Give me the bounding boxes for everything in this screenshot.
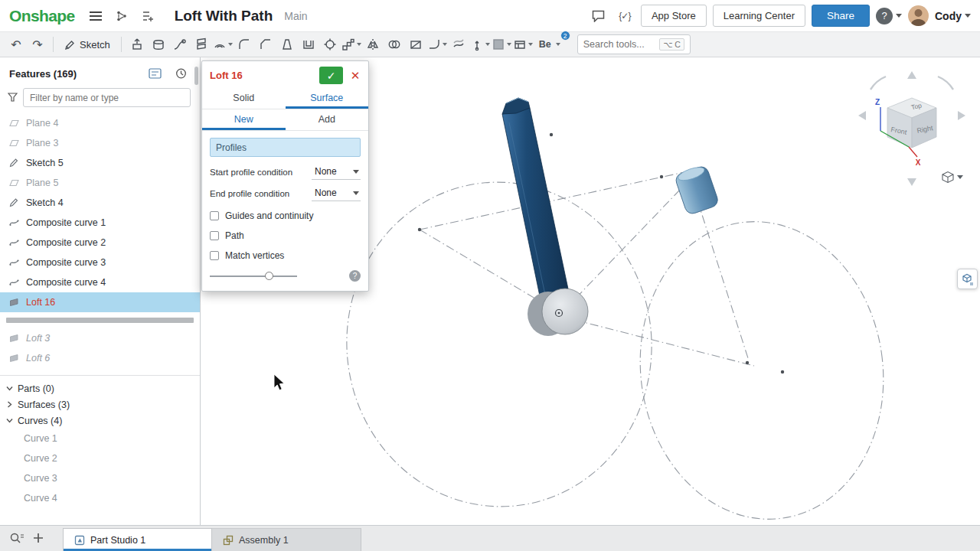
- feature-item-composite-curve-2[interactable]: Composite curve 2: [0, 233, 200, 253]
- document-tabs-bar: Part Studio 1 Assembly 1: [0, 525, 980, 551]
- feature-filter-input[interactable]: [23, 88, 191, 107]
- feature-item-loft-3[interactable]: Loft 3: [0, 328, 200, 348]
- feature-label: Loft 6: [26, 353, 50, 364]
- undo-button[interactable]: ↶: [6, 34, 26, 54]
- checkbox[interactable]: [210, 251, 219, 260]
- workspace-name[interactable]: Main: [284, 10, 307, 22]
- section-label: Surfaces (3): [18, 399, 70, 410]
- checkbox[interactable]: [210, 231, 219, 240]
- loft-button[interactable]: [191, 34, 211, 54]
- appearance-button[interactable]: [492, 34, 511, 54]
- feature-item-sketch-5[interactable]: Sketch 5: [0, 153, 200, 173]
- dropdown-caret-icon: [528, 43, 533, 46]
- sketch-wheel-curves[interactable]: [333, 169, 902, 525]
- dropdown-caret-icon: [228, 43, 233, 46]
- tab-add[interactable]: Add: [286, 109, 369, 130]
- match-vertices-checkbox-row[interactable]: Match vertices: [210, 250, 361, 261]
- comment-icon[interactable]: [589, 6, 609, 26]
- boolean-button[interactable]: [384, 34, 404, 54]
- fillet-button[interactable]: [234, 34, 254, 54]
- feature-item-sketch-4[interactable]: Sketch 4: [0, 193, 200, 213]
- search-tabs-button[interactable]: [6, 527, 28, 549]
- thicken-button[interactable]: [213, 34, 233, 54]
- curve-item-4[interactable]: Curve 4: [0, 488, 200, 508]
- revolve-button[interactable]: [149, 34, 168, 54]
- onshape-logo[interactable]: Onshape: [9, 7, 75, 25]
- feature-item-loft-16[interactable]: Loft 16: [0, 292, 200, 312]
- slider-thumb[interactable]: [265, 272, 273, 280]
- loft-seat-tube-body[interactable]: [502, 98, 572, 318]
- feature-item-plane-3[interactable]: Plane 3: [0, 133, 200, 153]
- path-checkbox-row[interactable]: Path: [210, 230, 361, 241]
- accept-button[interactable]: ✓: [319, 67, 343, 84]
- sweep-button[interactable]: [170, 34, 190, 54]
- parts-list-flyout-button[interactable]: [957, 269, 978, 289]
- tab-new[interactable]: New: [202, 109, 286, 130]
- measure-button[interactable]: [470, 34, 490, 54]
- curve-item-3[interactable]: Curve 3: [0, 468, 200, 488]
- share-button[interactable]: Share: [812, 5, 870, 27]
- tab-solid[interactable]: Solid: [202, 88, 286, 109]
- curve-item-1[interactable]: Curve 1: [0, 429, 200, 448]
- feature-item-plane-4[interactable]: Plane 4: [0, 113, 200, 133]
- add-tab-button[interactable]: [28, 527, 49, 549]
- search-tools-input[interactable]: [583, 39, 659, 50]
- help-icon[interactable]: ?: [349, 270, 361, 282]
- head-tube-body[interactable]: [674, 164, 720, 216]
- opacity-slider[interactable]: [210, 271, 297, 282]
- custom-feature-button[interactable]: Be 2: [534, 34, 565, 54]
- hamburger-menu-icon[interactable]: [86, 6, 106, 26]
- guides-checkbox-row[interactable]: Guides and continuity: [210, 210, 361, 221]
- feature-item-composite-curve-3[interactable]: Composite curve 3: [0, 253, 200, 272]
- draft-button[interactable]: [277, 34, 297, 54]
- feature-list-options-icon[interactable]: [145, 66, 165, 81]
- view-cube[interactable]: Top Front Right: [887, 98, 936, 148]
- checkbox-label: Path: [225, 230, 244, 241]
- cancel-button[interactable]: ✕: [348, 69, 362, 83]
- section-parts[interactable]: Parts (0): [0, 380, 200, 396]
- sketch-button[interactable]: Sketch: [59, 34, 116, 54]
- feature-item-plane-5[interactable]: Plane 5: [0, 173, 200, 193]
- dropdown-caret-icon: [443, 43, 447, 46]
- versions-icon[interactable]: [112, 6, 132, 26]
- create-version-icon[interactable]: [138, 6, 158, 26]
- tab-assembly-1[interactable]: Assembly 1: [212, 528, 361, 551]
- section-curves[interactable]: Curves (4): [0, 412, 200, 429]
- tab-surface[interactable]: Surface: [286, 88, 369, 109]
- extrude-button[interactable]: [127, 34, 147, 54]
- curve-item-2[interactable]: Curve 2: [0, 448, 200, 468]
- history-icon[interactable]: [171, 66, 191, 81]
- end-condition-dropdown[interactable]: None: [312, 186, 361, 201]
- app-store-button[interactable]: App Store: [641, 5, 707, 27]
- dialog-title: Loft 16: [210, 70, 319, 81]
- featurescript-icon[interactable]: {✓}: [615, 6, 635, 26]
- redo-button[interactable]: ↷: [28, 34, 47, 54]
- profiles-selection-field[interactable]: Profiles: [210, 138, 361, 157]
- tab-part-studio-1[interactable]: Part Studio 1: [63, 528, 212, 551]
- shell-button[interactable]: [299, 34, 318, 54]
- feature-item-composite-curve-4[interactable]: Composite curve 4: [0, 272, 200, 292]
- chamfer-button[interactable]: [256, 34, 276, 54]
- section-surfaces[interactable]: Surfaces (3): [0, 396, 200, 412]
- feature-item-loft-6[interactable]: Loft 6: [0, 348, 200, 368]
- bottom-bracket-cylinder[interactable]: [528, 289, 588, 336]
- rollback-bar[interactable]: [6, 318, 194, 323]
- hole-button[interactable]: [320, 34, 340, 54]
- checkbox[interactable]: [210, 211, 219, 220]
- help-menu[interactable]: ?: [876, 6, 902, 26]
- view-settings-menu[interactable]: [942, 172, 963, 183]
- split-button[interactable]: [406, 34, 426, 54]
- user-avatar[interactable]: [908, 5, 929, 26]
- start-condition-dropdown[interactable]: None: [312, 165, 361, 180]
- operation-tabs: New Add: [202, 109, 368, 131]
- scrollbar-thumb[interactable]: [194, 67, 198, 85]
- wrap-button[interactable]: [449, 34, 469, 54]
- linear-pattern-button[interactable]: [341, 34, 361, 54]
- user-menu[interactable]: Cody: [935, 6, 971, 26]
- named-views-button[interactable]: [513, 34, 533, 54]
- mirror-button[interactable]: [363, 34, 383, 54]
- feature-item-composite-curve-1[interactable]: Composite curve 1: [0, 213, 200, 233]
- learning-center-button[interactable]: Learning Center: [713, 5, 805, 27]
- filter-funnel-icon[interactable]: [8, 91, 18, 105]
- sheet-metal-button[interactable]: [427, 34, 447, 54]
